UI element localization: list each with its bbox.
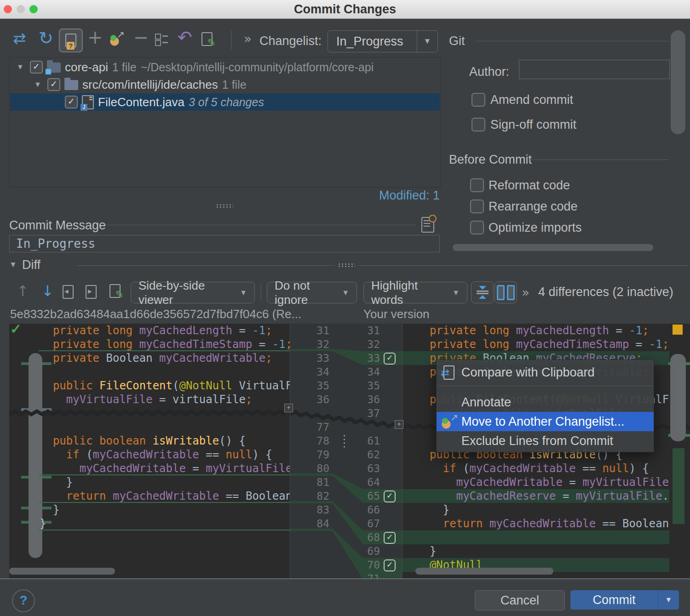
- show-diff-icon[interactable]: ⇄: [13, 29, 26, 48]
- code-line: myCachedWritable = myVirtualFile.is: [9, 462, 290, 475]
- rearrange-code-checkbox[interactable]: [470, 200, 484, 213]
- edit-source-button[interactable]: [109, 284, 121, 300]
- diff-gutter: 313132323333✓343435353636377778617962806…: [290, 324, 402, 579]
- chevron-down-icon[interactable]: ▼: [15, 63, 26, 71]
- help-button[interactable]: ?: [12, 589, 35, 612]
- chevron-down-icon[interactable]: ▼: [32, 80, 43, 89]
- line-number-left: 82: [295, 489, 329, 503]
- collapse-unchanged-button[interactable]: [471, 281, 494, 303]
- diff-splitter-handle[interactable]: [338, 263, 355, 268]
- amend-commit-checkbox[interactable]: [472, 93, 485, 107]
- line-number-left: 83: [295, 503, 329, 517]
- diff-toolbar-separator: [260, 283, 261, 301]
- code-line: myCachedWritable = myVirtualFile.is: [402, 475, 669, 489]
- show-unversioned-files-button[interactable]: [59, 29, 83, 52]
- edit-document-icon: [109, 284, 121, 298]
- commit-message-label: Commit Message: [9, 218, 106, 233]
- previous-difference-icon[interactable]: ↑: [17, 281, 29, 301]
- line-number-right: 68: [345, 530, 380, 544]
- menu-item[interactable]: Annotate: [437, 393, 654, 412]
- chevron-down-icon[interactable]: ▼: [658, 590, 679, 610]
- tree-item-name: FileContent.java: [98, 95, 184, 109]
- changelist-combo[interactable]: In_Progress ▼: [328, 30, 438, 52]
- tree-row[interactable]: ✓FileContent.java3 of 5 changes: [10, 93, 440, 111]
- line-number-left: 79: [295, 448, 329, 462]
- menu-item[interactable]: Move to Another Changelist...: [437, 412, 654, 431]
- chevron-down-icon: ▼: [240, 289, 247, 297]
- expand-collapsed-region-button[interactable]: +: [284, 404, 293, 412]
- viewer-type-select[interactable]: Side-by-side viewer ▼: [131, 282, 255, 303]
- javafile-icon: [82, 95, 94, 109]
- tree-checkbox[interactable]: ✓: [47, 78, 60, 91]
- module-icon: [47, 63, 61, 73]
- commit-button[interactable]: Commit ▼: [570, 590, 679, 610]
- code-line: }: [402, 503, 669, 517]
- chevron-more-icon: »: [244, 29, 252, 49]
- tree-row[interactable]: ▼✓src/com/intellij/ide/caches1 file: [10, 76, 440, 93]
- tree-row[interactable]: ▼✓core-api1 file~/Desktop/intellij-commu…: [10, 58, 440, 76]
- signoff-commit-label: Sign-off commit: [490, 118, 576, 132]
- add-file-icon[interactable]: +: [87, 28, 103, 47]
- author-input[interactable]: [519, 60, 670, 79]
- scrollbar-icon: [497, 285, 505, 300]
- whitespace-policy-value: Do not ignore: [275, 279, 335, 307]
- tree-checkbox[interactable]: ✓: [30, 61, 43, 74]
- author-label: Author:: [469, 65, 509, 79]
- diff-collapse-icon[interactable]: ▼: [9, 260, 17, 269]
- line-number-left: 31: [295, 324, 329, 337]
- signoff-commit-checkbox[interactable]: [472, 118, 485, 131]
- include-line-checkbox[interactable]: ✓: [384, 491, 396, 502]
- optimize-imports-checkbox[interactable]: [470, 221, 484, 234]
- next-difference-icon[interactable]: ↓: [41, 281, 54, 301]
- git-section-title: Git: [449, 34, 465, 48]
- menu-item[interactable]: Exclude Lines from Commit: [437, 431, 654, 451]
- expand-collapsed-region-button[interactable]: +: [395, 420, 403, 429]
- remove-file-icon[interactable]: −: [133, 28, 149, 47]
- chevron-more-icon: »: [522, 283, 529, 302]
- edit-commit-template-button[interactable]: [201, 32, 213, 48]
- before-commit-title: Before Commit: [449, 153, 532, 167]
- include-line-checkbox[interactable]: ✓: [384, 532, 396, 544]
- line-number-right: 36: [345, 393, 380, 406]
- changelist-value: In_Progress: [328, 31, 417, 52]
- options-horizontal-scrollbar[interactable]: [453, 244, 653, 251]
- optimize-imports-label: Optimize imports: [489, 221, 582, 235]
- include-line-checkbox[interactable]: ✓: [384, 559, 396, 571]
- left-pane-horizontal-scrollbar[interactable]: [9, 568, 115, 575]
- collapse-icon-bar: [477, 293, 489, 294]
- menu-item-label: Annotate: [461, 395, 511, 410]
- right-pane-vertical-scrollbar[interactable]: [670, 354, 686, 441]
- tree-checkbox[interactable]: ✓: [65, 96, 78, 108]
- code-line: myCachedReserve = myVirtualFile.isW: [402, 489, 669, 503]
- compare-next-file-button[interactable]: [86, 285, 97, 301]
- cancel-button[interactable]: Cancel: [475, 590, 565, 610]
- jump-to-source-button[interactable]: [63, 285, 74, 301]
- include-line-checkbox[interactable]: ✓: [384, 353, 396, 365]
- highlight-policy-select[interactable]: Highlight words ▼: [363, 282, 467, 303]
- line-number-left: 80: [295, 462, 329, 475]
- document-left-icon: [63, 285, 74, 299]
- menu-item[interactable]: Compare with Clipboard: [437, 363, 654, 382]
- right-pane-horizontal-scrollbar[interactable]: [415, 568, 553, 575]
- collapse-icon: [479, 295, 486, 299]
- splitter-handle[interactable]: [216, 204, 233, 208]
- options-vertical-scrollbar[interactable]: [671, 30, 685, 134]
- tree-item-meta: 3 of 5 changes: [189, 96, 264, 109]
- synchronize-scrolling-button[interactable]: [494, 281, 517, 303]
- whitespace-policy-select[interactable]: Do not ignore ▼: [267, 282, 357, 303]
- reformat-code-checkbox[interactable]: [470, 178, 484, 192]
- changelist-options-icon[interactable]: [155, 32, 168, 46]
- move-to-changelist-toolbar-button[interactable]: [109, 30, 125, 49]
- window-title: Commit Changes: [0, 0, 690, 18]
- gutter-drag-handle[interactable]: [342, 434, 346, 450]
- code-line: }: [9, 475, 290, 489]
- commit-message-history-icon[interactable]: [421, 217, 434, 233]
- commit-message-editor[interactable]: In_Progress: [9, 235, 440, 252]
- menu-item-label: Move to Another Changelist...: [461, 415, 624, 429]
- diff-added-line-highlight: [402, 530, 669, 544]
- diff-change-boundary: [39, 530, 290, 530]
- viewer-type-value: Side-by-side viewer: [138, 279, 233, 307]
- refresh-icon[interactable]: ↻: [39, 29, 53, 48]
- chevron-down-icon[interactable]: ▼: [417, 31, 437, 52]
- revert-icon[interactable]: ↶: [178, 28, 192, 47]
